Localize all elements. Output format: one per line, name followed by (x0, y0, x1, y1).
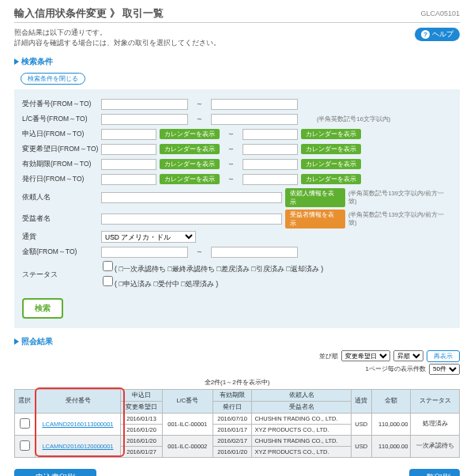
lc-from[interactable] (101, 114, 188, 125)
expire-to[interactable] (243, 159, 298, 170)
redisplay-button[interactable]: 再表示 (427, 350, 460, 362)
calendar-button[interactable]: カレンダーを表示 (301, 129, 361, 139)
sort-key-select[interactable]: 変更希望日 (341, 350, 390, 361)
page-size-select[interactable]: 50件 (429, 364, 460, 375)
amount-to[interactable] (211, 247, 298, 258)
amount-from[interactable] (101, 247, 188, 258)
calendar-button[interactable]: カレンダーを表示 (301, 159, 361, 169)
issue-to[interactable] (243, 174, 298, 185)
calendar-button[interactable]: カレンダーを表示 (301, 174, 361, 184)
issue-from[interactable] (101, 174, 156, 185)
currency-select[interactable]: USD アメリカ・ドル (101, 231, 196, 243)
receipt-from[interactable] (101, 99, 188, 110)
apply-to[interactable] (243, 129, 298, 140)
beneficiary-name[interactable] (101, 213, 282, 225)
close-search-button[interactable]: 検索条件を閉じる (21, 73, 85, 85)
receipt-to[interactable] (211, 99, 298, 110)
status-cb[interactable] (103, 276, 113, 286)
calendar-button[interactable]: カレンダーを表示 (301, 144, 361, 154)
row-select[interactable] (20, 440, 30, 451)
triangle-icon (14, 59, 19, 65)
help-button[interactable]: ヘルプ (415, 28, 460, 41)
change-to[interactable] (243, 144, 298, 155)
status-cb[interactable] (103, 261, 113, 271)
receipt-link[interactable]: LCAMND20160120000001 (42, 443, 113, 450)
sort-order-select[interactable]: 昇順 (393, 350, 423, 361)
requester-info-button[interactable]: 依頼人情報を表示 (285, 188, 345, 207)
calendar-button[interactable]: カレンダーを表示 (160, 144, 220, 154)
table-row: LCAMND20160120000001 2016/01/20 001-ILC-… (15, 435, 460, 446)
triangle-icon (14, 338, 19, 345)
result-table: 選択 受付番号 申込日 L/C番号 有効期限 依頼人名 通貨 金額 ステータス … (14, 389, 460, 458)
search-form: 受付番号(FROM～TO)～ L/C番号(FROM～TO)～(半角英数記号16文… (14, 89, 460, 328)
page-title: 輸入信用状条件変更 》 取引一覧 (14, 6, 164, 21)
requester-name[interactable] (101, 192, 282, 203)
pager-info: 全2件(1～2件を表示中) (14, 378, 460, 387)
search-button[interactable]: 検索 (22, 298, 63, 319)
section-search-header: 検索条件 (14, 56, 460, 67)
table-row: LCAMND20160113000001 2016/01/13 001-ILC-… (15, 413, 460, 424)
calendar-button[interactable]: カレンダーを表示 (160, 174, 220, 184)
lc-to[interactable] (211, 114, 298, 125)
expire-from[interactable] (101, 159, 156, 170)
receipt-link[interactable]: LCAMND20160113000001 (42, 421, 113, 428)
change-from[interactable] (101, 144, 156, 155)
row-select[interactable] (20, 418, 30, 429)
calendar-button[interactable]: カレンダーを表示 (160, 159, 220, 169)
result-controls: 並び順変更希望日 昇順 再表示 (14, 350, 460, 362)
print-list-button[interactable]: 一覧印刷 (409, 469, 460, 477)
calendar-button[interactable]: カレンダーを表示 (160, 129, 220, 139)
result-message: 照会結果は以下の通りです。詳細内容を確認する場合には、対象の取引を選択してくださ… (14, 28, 220, 48)
screen-id: GLCA05101 (420, 9, 460, 17)
print-app-button[interactable]: 申込書印刷 (14, 469, 96, 477)
apply-from[interactable] (101, 129, 156, 140)
beneficiary-info-button[interactable]: 受益者情報を表示 (285, 210, 345, 229)
section-result-header: 照会結果 (14, 336, 460, 347)
